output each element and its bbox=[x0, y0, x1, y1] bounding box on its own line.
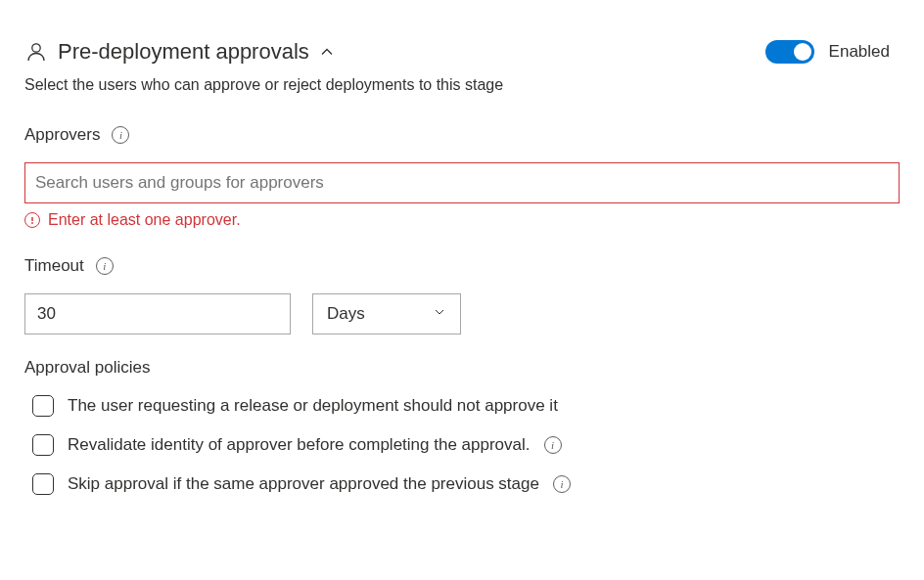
person-icon bbox=[24, 40, 48, 64]
policy-checkbox[interactable] bbox=[32, 395, 54, 417]
policy-checkbox[interactable] bbox=[32, 473, 54, 495]
timeout-label-row: Timeout i bbox=[24, 256, 900, 276]
section-title: Pre-deployment approvals bbox=[58, 39, 309, 65]
timeout-label: Timeout bbox=[24, 256, 84, 276]
section-header-left[interactable]: Pre-deployment approvals bbox=[24, 39, 335, 65]
timeout-unit-label: Days bbox=[327, 304, 365, 324]
approvers-error-text: Enter at least one approver. bbox=[48, 211, 241, 229]
section-description: Select the users who can approve or reje… bbox=[24, 76, 900, 94]
section-header-right: Enabled bbox=[765, 40, 900, 64]
approval-policies-title: Approval policies bbox=[24, 358, 900, 378]
enabled-toggle[interactable] bbox=[765, 40, 814, 64]
svg-point-0 bbox=[32, 44, 40, 52]
chevron-down-icon bbox=[433, 304, 446, 324]
approvers-label: Approvers bbox=[24, 125, 100, 145]
timeout-value-input[interactable] bbox=[24, 293, 291, 335]
section-header: Pre-deployment approvals Enabled bbox=[24, 39, 900, 65]
info-icon[interactable]: i bbox=[544, 436, 562, 454]
approvers-error: Enter at least one approver. bbox=[24, 211, 900, 229]
approvers-search-input[interactable] bbox=[24, 162, 900, 203]
policy-label: Skip approval if the same approver appro… bbox=[68, 474, 539, 494]
info-icon[interactable]: i bbox=[112, 126, 129, 144]
approvers-label-row: Approvers i bbox=[24, 125, 900, 145]
policy-label: The user requesting a release or deploym… bbox=[68, 396, 558, 416]
policy-checkbox[interactable] bbox=[32, 434, 54, 456]
policy-row: The user requesting a release or deploym… bbox=[24, 395, 900, 417]
info-icon[interactable]: i bbox=[96, 257, 114, 275]
info-icon[interactable]: i bbox=[553, 475, 571, 493]
enabled-toggle-label: Enabled bbox=[829, 42, 900, 62]
svg-point-2 bbox=[31, 222, 33, 224]
timeout-row: Days bbox=[24, 293, 900, 335]
timeout-unit-select[interactable]: Days bbox=[312, 293, 461, 335]
policy-label: Revalidate identity of approver before c… bbox=[68, 435, 531, 455]
policy-row: Revalidate identity of approver before c… bbox=[24, 434, 900, 456]
policy-row: Skip approval if the same approver appro… bbox=[24, 473, 900, 495]
chevron-up-icon bbox=[319, 44, 335, 60]
toggle-knob bbox=[794, 43, 811, 61]
error-icon bbox=[24, 212, 40, 228]
